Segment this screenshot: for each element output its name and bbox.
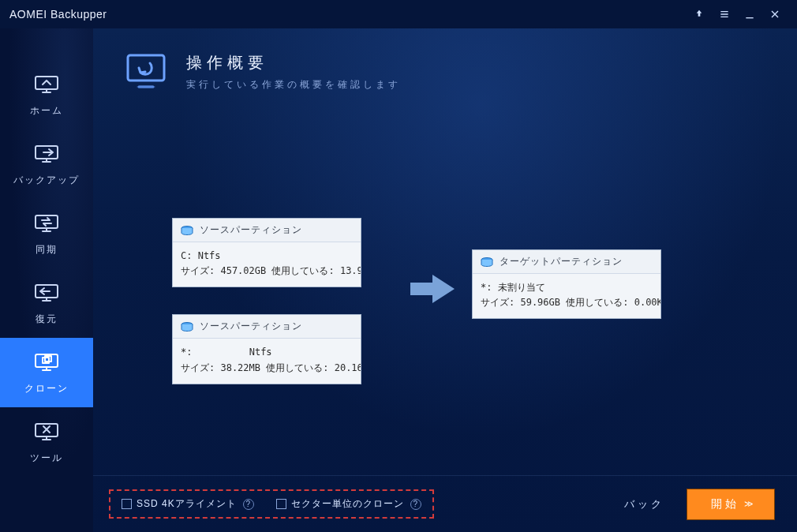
app-title: AOMEI Backupper bbox=[9, 8, 107, 21]
card-heading: ソースパーティション bbox=[200, 320, 302, 333]
title-bar: AOMEI Backupper bbox=[0, 0, 797, 28]
content-area: 操作概要 実行している作業の概要を確認します ソースパーティション C: Ntf… bbox=[93, 28, 797, 532]
target-partition-card[interactable]: ターゲットパーティション *: 未割り当て サイズ: 59.96GB 使用してい… bbox=[472, 249, 661, 319]
operation-icon bbox=[123, 52, 169, 92]
chevron-right-icon: ≫ bbox=[744, 499, 750, 509]
sidebar-item-label: ツール bbox=[30, 451, 63, 465]
minimize-icon[interactable] bbox=[737, 2, 762, 27]
sidebar-item-label: バックアップ bbox=[13, 174, 80, 187]
svg-rect-0 bbox=[36, 77, 58, 89]
sidebar-item-label: 復元 bbox=[36, 313, 58, 326]
monitor-sync-icon bbox=[33, 212, 60, 235]
card-body: *: 未割り当て サイズ: 59.96GB 使用している: 0.00KB bbox=[473, 274, 660, 318]
target-column: ターゲットパーティション *: 未割り当て サイズ: 59.96GB 使用してい… bbox=[472, 249, 661, 319]
partition-size: サイズ: 457.02GB 使用している: 13.93 bbox=[181, 264, 353, 279]
arrow-icon bbox=[409, 273, 456, 305]
menu-icon[interactable] bbox=[712, 2, 737, 27]
card-heading: ターゲットパーティション bbox=[500, 255, 623, 268]
card-body: *: Ntfs サイズ: 38.22MB 使用している: 20.16M bbox=[173, 339, 361, 383]
card-header: ターゲットパーティション bbox=[473, 250, 660, 274]
help-icon[interactable]: ? bbox=[410, 499, 421, 510]
sidebar-item-sync[interactable]: 同期 bbox=[0, 199, 93, 268]
source-partition-card[interactable]: ソースパーティション *: Ntfs サイズ: 38.22MB 使用している: … bbox=[172, 314, 361, 384]
disk-icon bbox=[181, 226, 193, 235]
options-group: SSD 4Kアライメント ? セクター単位のクローン ? bbox=[109, 489, 434, 519]
source-column: ソースパーティション C: Ntfs サイズ: 457.02GB 使用している:… bbox=[172, 218, 361, 384]
card-body: C: Ntfs サイズ: 457.02GB 使用している: 13.93 bbox=[173, 242, 361, 287]
start-button[interactable]: 開始 ≫ bbox=[687, 489, 775, 520]
disk-icon bbox=[181, 322, 193, 332]
monitor-tools-icon bbox=[33, 420, 60, 444]
card-header: ソースパーティション bbox=[173, 315, 361, 339]
sidebar-item-home[interactable]: ホーム bbox=[0, 60, 93, 129]
page-title: 操作概要 bbox=[186, 52, 401, 73]
sector-clone-checkbox[interactable]: セクター単位のクローン ? bbox=[276, 497, 421, 511]
partition-name: *: 未割り当て bbox=[481, 280, 653, 295]
page-subtitle: 実行している作業の概要を確認します bbox=[186, 78, 401, 92]
source-partition-card[interactable]: ソースパーティション C: Ntfs サイズ: 457.02GB 使用している:… bbox=[172, 218, 361, 287]
operation-titles: 操作概要 実行している作業の概要を確認します bbox=[186, 52, 401, 92]
card-heading: ソースパーティション bbox=[200, 223, 302, 237]
sidebar-item-label: クローン bbox=[24, 382, 69, 395]
svg-rect-8 bbox=[128, 55, 164, 81]
checkbox-box bbox=[276, 499, 286, 509]
monitor-export-icon bbox=[33, 142, 60, 166]
sidebar-item-backup[interactable]: バックアップ bbox=[0, 129, 93, 199]
back-button[interactable]: バック bbox=[624, 497, 664, 511]
monitor-restore-icon bbox=[33, 281, 60, 305]
sidebar-item-restore[interactable]: 復元 bbox=[0, 268, 93, 338]
partition-name: *: Ntfs bbox=[181, 345, 353, 360]
monitor-home-icon bbox=[33, 73, 60, 96]
card-header: ソースパーティション bbox=[173, 219, 361, 242]
help-icon[interactable]: ? bbox=[243, 499, 254, 510]
upgrade-icon[interactable] bbox=[687, 2, 712, 27]
bottom-bar: SSD 4Kアライメント ? セクター単位のクローン ? バック 開始 ≫ bbox=[93, 475, 797, 532]
partition-size: サイズ: 38.22MB 使用している: 20.16M bbox=[181, 361, 353, 376]
svg-rect-2 bbox=[36, 215, 58, 228]
sidebar: ホーム バックアップ 同期 復元 クローン ツール bbox=[0, 28, 93, 532]
ssd-4k-checkbox[interactable]: SSD 4Kアライメント ? bbox=[122, 497, 254, 511]
partition-name: C: Ntfs bbox=[181, 249, 353, 264]
disk-icon bbox=[481, 257, 493, 267]
svg-point-9 bbox=[137, 85, 155, 88]
sidebar-item-label: 同期 bbox=[36, 243, 58, 257]
operation-header: 操作概要 実行している作業の概要を確認します bbox=[123, 52, 767, 92]
main-area: ホーム バックアップ 同期 復元 クローン ツール 操作概要 bbox=[0, 28, 797, 532]
checkbox-label: セクター単位のクローン bbox=[291, 497, 404, 511]
checkbox-box bbox=[122, 499, 132, 509]
close-icon[interactable] bbox=[762, 2, 788, 27]
sidebar-item-clone[interactable]: クローン bbox=[0, 338, 93, 407]
checkbox-label: SSD 4Kアライメント bbox=[137, 497, 237, 511]
sidebar-item-tools[interactable]: ツール bbox=[0, 407, 93, 477]
partition-size: サイズ: 59.96GB 使用している: 0.00KB bbox=[481, 295, 653, 310]
monitor-clone-icon bbox=[33, 350, 60, 374]
sidebar-item-label: ホーム bbox=[30, 104, 63, 118]
start-button-label: 開始 bbox=[711, 497, 739, 511]
